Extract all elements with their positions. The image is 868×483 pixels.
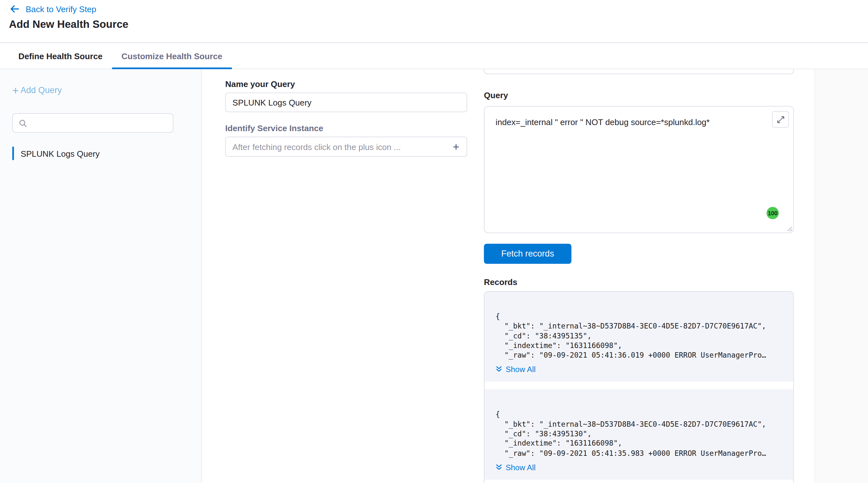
search-icon [19, 119, 28, 128]
show-all-link[interactable]: Show All [496, 365, 536, 374]
page-header: Back to Verify Step Add New Health Sourc… [0, 0, 868, 43]
query-name-input[interactable] [225, 92, 467, 112]
selected-indicator [12, 147, 14, 160]
record-count-badge: 100 [767, 207, 779, 219]
show-all-label: Show All [506, 365, 536, 374]
tab-label: Define Health Source [19, 51, 103, 61]
fetch-records-button[interactable]: Fetch records [484, 244, 571, 264]
query-text[interactable]: index=_internal " error " NOT debug sour… [496, 117, 710, 127]
json-line: { [496, 312, 782, 322]
record-card: { "_bkt": "_internal~38~D537D8B4-3EC0-4D… [485, 292, 794, 382]
app-canvas: Back to Verify Step Add New Health Sourc… [0, 0, 868, 483]
records-panel: { "_bkt": "_internal~38~D537D8B4-3EC0-4D… [484, 291, 794, 483]
json-line: "_raw": "09-09-2021 05:41:36.019 +0000 E… [496, 350, 782, 360]
back-arrow-icon [9, 3, 20, 14]
tab-label: Customize Health Source [122, 51, 222, 61]
json-line: "_bkt": "_internal~38~D537D8B4-3EC0-4D5E… [496, 322, 782, 331]
add-query-label: Add Query [21, 85, 62, 95]
json-line: "_indextime": "1631166098", [496, 341, 782, 350]
show-all-link[interactable]: Show All [496, 463, 536, 472]
record-card: { "_bkt": "_internal~38~D537D8B4-3EC0-4D… [485, 390, 794, 480]
back-link-label: Back to Verify Step [26, 4, 96, 14]
add-query-button[interactable]: + Add Query [12, 85, 62, 95]
identify-service-instance-label: Identify Service Instance [225, 123, 323, 133]
query-item-label: SPLUNK Logs Query [21, 149, 99, 158]
show-all-label: Show All [506, 463, 536, 472]
name-your-query-label: Name your Query [225, 79, 295, 89]
double-chevron-down-icon [496, 366, 502, 373]
json-line: { [496, 410, 782, 419]
json-line: "_raw": "09-09-2021 05:41:35.983 +0000 E… [496, 448, 782, 458]
resize-grip[interactable] [787, 226, 792, 231]
expand-query-button[interactable] [772, 111, 789, 128]
json-line: "_cd": "38:4395130", [496, 429, 782, 439]
query-label: Query [484, 90, 508, 100]
wizard-tabbar: Define Health Source Customize Health So… [0, 43, 868, 69]
json-line: "_indextime": "1631166098", [496, 439, 782, 448]
records-label: Records [484, 277, 518, 287]
service-instance-input[interactable] [226, 142, 449, 152]
page-title: Add New Health Source [9, 19, 129, 31]
add-service-instance-plus-button[interactable]: + [449, 140, 463, 154]
sidebar-item-splunk-logs-query[interactable]: SPLUNK Logs Query [12, 146, 99, 160]
main-panel: Name your Query Identify Service Instanc… [203, 69, 814, 483]
query-editor[interactable]: index=_internal " error " NOT debug sour… [484, 106, 794, 233]
search-input[interactable] [32, 119, 167, 128]
back-to-verify-link[interactable]: Back to Verify Step [9, 2, 96, 16]
json-line: "_bkt": "_internal~38~D537D8B4-3EC0-4D5E… [496, 419, 782, 429]
json-line: "_cd": "38:4395135", [496, 331, 782, 341]
query-sidebar: + Add Query SPLUNK Logs Query [0, 69, 202, 483]
double-chevron-down-icon [496, 464, 502, 471]
right-gutter [814, 69, 868, 483]
tab-customize-health-source[interactable]: Customize Health Source [112, 43, 232, 68]
expand-icon [776, 115, 784, 123]
tab-define-health-source[interactable]: Define Health Source [9, 43, 112, 68]
query-search-box[interactable] [12, 113, 173, 133]
service-instance-field: + [225, 137, 467, 157]
plus-icon: + [12, 85, 19, 95]
